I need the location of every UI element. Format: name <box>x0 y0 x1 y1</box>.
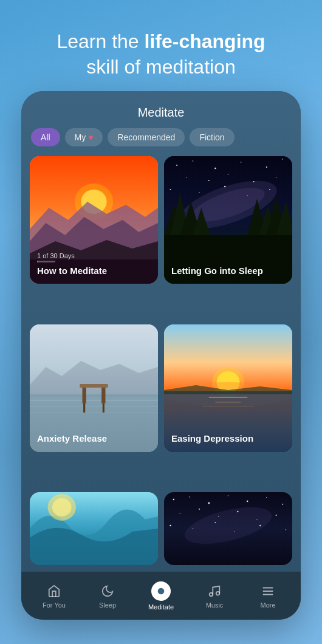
svg-point-47 <box>189 496 190 498</box>
header: Learn the life-changing skill of meditat… <box>0 0 322 92</box>
svg-point-58 <box>276 515 277 516</box>
svg-point-9 <box>266 166 267 168</box>
partial-grid <box>21 492 301 571</box>
svg-point-17 <box>199 192 200 193</box>
svg-point-51 <box>266 497 267 498</box>
svg-point-64 <box>286 529 287 530</box>
nav-for-you-label: For You <box>43 601 66 609</box>
svg-point-15 <box>276 177 277 178</box>
svg-point-53 <box>180 513 181 514</box>
svg-point-13 <box>228 174 229 175</box>
svg-point-46 <box>173 499 175 500</box>
svg-rect-29 <box>83 385 86 403</box>
header-line1: Learn the <box>57 30 144 52</box>
svg-point-16 <box>170 189 171 190</box>
music-icon <box>207 583 222 599</box>
card-how-to-meditate[interactable]: 1 of 30 Days How to Meditate <box>30 156 158 284</box>
card-grid: 1 of 30 Days How to Meditate <box>21 156 301 486</box>
card-letting-go-title: Letting Go into Sleep <box>171 265 285 277</box>
card-wave-partial[interactable] <box>30 492 158 565</box>
svg-point-10 <box>282 159 283 160</box>
header-bold: life-changing <box>145 30 265 52</box>
svg-point-68 <box>216 591 220 595</box>
svg-point-6 <box>193 160 194 162</box>
nav-meditate[interactable]: Meditate <box>143 581 179 611</box>
svg-point-8 <box>241 162 242 163</box>
svg-rect-31 <box>80 384 108 388</box>
svg-point-50 <box>247 501 248 502</box>
nav-sleep[interactable]: Sleep <box>89 583 126 609</box>
nav-for-you[interactable]: For You <box>36 583 72 609</box>
filter-tabs: All My ♥ Recommended Fiction <box>21 128 301 156</box>
header-line2: skill of meditation <box>86 56 235 78</box>
svg-point-7 <box>214 168 216 169</box>
tab-my[interactable]: My ♥ <box>65 128 103 146</box>
card-stars-partial[interactable] <box>164 492 292 565</box>
svg-point-59 <box>170 525 171 526</box>
svg-point-5 <box>176 165 177 166</box>
card-anxiety-release[interactable]: Anxiety Release <box>30 324 158 452</box>
nav-meditate-label: Meditate <box>148 603 174 611</box>
svg-point-49 <box>228 495 229 496</box>
svg-point-52 <box>282 504 283 505</box>
tab-fiction[interactable]: Fiction <box>190 128 234 146</box>
app-title: Meditate <box>21 91 301 128</box>
svg-point-12 <box>208 180 210 181</box>
nav-more[interactable]: More <box>250 583 286 609</box>
svg-point-11 <box>186 177 187 178</box>
meditate-circle-icon <box>151 581 171 601</box>
svg-point-66 <box>158 587 165 594</box>
home-icon <box>46 583 62 599</box>
tab-recommended[interactable]: Recommended <box>108 128 185 146</box>
svg-point-44 <box>52 498 72 516</box>
tab-all[interactable]: All <box>31 128 60 146</box>
nav-music[interactable]: Music <box>196 583 233 609</box>
card-letting-go[interactable]: Letting Go into Sleep <box>164 156 292 284</box>
card-days-label: 1 of 30 Days <box>37 252 151 259</box>
nav-sleep-label: Sleep <box>99 601 116 609</box>
svg-point-48 <box>208 502 210 504</box>
svg-point-67 <box>210 592 213 596</box>
card-easing-depression-title: Easing Depression <box>171 433 285 445</box>
phone-container: Meditate All My ♥ Recommended Fiction <box>21 91 301 620</box>
svg-rect-30 <box>101 385 105 403</box>
svg-point-54 <box>199 509 200 510</box>
menu-icon <box>260 583 276 599</box>
nav-music-label: Music <box>206 601 224 609</box>
bottom-nav: For You Sleep Meditate <box>21 571 301 620</box>
moon-icon <box>100 583 115 599</box>
card-how-to-meditate-title: How to Meditate <box>37 265 151 277</box>
card-easing-depression[interactable]: Easing Depression <box>164 324 292 452</box>
card-anxiety-release-title: Anxiety Release <box>37 433 151 445</box>
nav-more-label: More <box>260 601 275 609</box>
